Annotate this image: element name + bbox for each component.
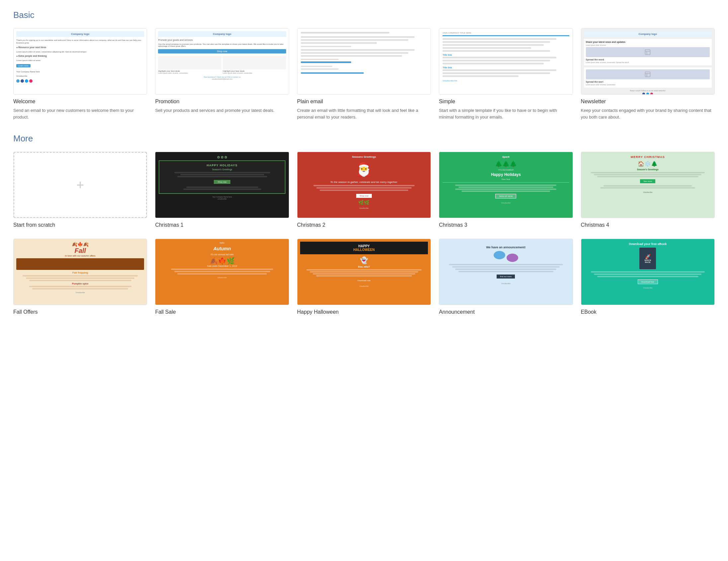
template-card-christmas2[interactable]: Seasons Greetings 🎅 To the season to gat… (297, 152, 431, 231)
plain-email-title: Plain email (297, 99, 431, 105)
christmas2-preview: Seasons Greetings 🎅 To the season to gat… (297, 152, 431, 218)
more-section-title: More (13, 133, 715, 144)
christmas3-thumbnail: Spark 🌲🌲🌲 IT'S DECEMBER Happy Holidays N… (439, 152, 573, 218)
welcome-desc: Send an email to your new customers to w… (13, 107, 147, 120)
template-card-promotion[interactable]: Company logo Promote your goods and serv… (155, 28, 289, 120)
svg-rect-1 (645, 72, 650, 77)
fall-offers-preview: 🍂🍁🍂 Fall In love with our autumn offers … (14, 239, 147, 305)
basic-grid: Company logo Thank you for signing up to… (13, 28, 715, 120)
scratch-thumbnail: + (13, 152, 147, 218)
plain-email-preview (297, 29, 431, 94)
template-card-welcome[interactable]: Company logo Thank you for signing up to… (13, 28, 147, 120)
newsletter-desc: Keep your contacts engaged with your bra… (581, 107, 715, 120)
welcome-thumbnail: Company logo Thank you for signing up to… (13, 28, 147, 95)
christmas3-preview: Spark 🌲🌲🌲 IT'S DECEMBER Happy Holidays N… (439, 152, 572, 218)
promotion-desc: Sell your products and services and prom… (155, 107, 289, 114)
template-card-scratch[interactable]: + Start from scratch (13, 152, 147, 231)
christmas4-title: Christmas 4 (581, 222, 715, 228)
plain-email-thumbnail (297, 28, 431, 95)
template-card-simple[interactable]: HAVE A PERFECT TITLE HERE Title link Tit… (439, 28, 573, 120)
promotion-preview: Company logo Promote your goods and serv… (155, 29, 288, 94)
scratch-preview: + (14, 152, 147, 218)
scratch-plus-icon: + (76, 178, 84, 193)
welcome-preview: Company logo Thank you for signing up to… (14, 29, 147, 94)
promotion-thumbnail: Company logo Promote your goods and serv… (155, 28, 289, 95)
christmas2-thumbnail: Seasons Greetings 🎅 To the season to gat… (297, 152, 431, 218)
simple-thumbnail: HAVE A PERFECT TITLE HERE Title link Tit… (439, 28, 573, 95)
fall-sale-title: Fall Sale (155, 309, 289, 315)
template-card-ebook[interactable]: Download your free eBook 🚀 SPACERACE Dow… (581, 239, 715, 318)
fall-sale-thumbnail: hello Autumn It's our annual fall sale 🍂… (155, 239, 289, 305)
template-card-fall-offers[interactable]: 🍂🍁🍂 Fall In love with our autumn offers … (13, 239, 147, 318)
simple-title: Simple (439, 99, 573, 105)
announcement-thumbnail: We have an announcement! find out more U… (439, 239, 573, 305)
newsletter-thumbnail: Company logo Share your latest news and … (581, 28, 715, 95)
christmas2-title: Christmas 2 (297, 222, 431, 228)
announcement-preview: We have an announcement! find out more U… (439, 239, 572, 305)
newsletter-title: Newsletter (581, 99, 715, 105)
template-card-newsletter[interactable]: Company logo Share your latest news and … (581, 28, 715, 120)
template-card-announcement[interactable]: We have an announcement! find out more U… (439, 239, 573, 318)
simple-preview: HAVE A PERFECT TITLE HERE Title link Tit… (439, 29, 572, 94)
plain-email-desc: Create an email with little formatting t… (297, 107, 431, 120)
fall-sale-preview: hello Autumn It's our annual fall sale 🍂… (155, 239, 288, 305)
fall-offers-thumbnail: 🍂🍁🍂 Fall In love with our autumn offers … (13, 239, 147, 305)
template-card-plain-email[interactable]: Plain email Create an email with little … (297, 28, 431, 120)
welcome-title: Welcome (13, 99, 147, 105)
ebook-title: EBook (581, 309, 715, 315)
promotion-title: Promotion (155, 99, 289, 105)
template-card-fall-sale[interactable]: hello Autumn It's our annual fall sale 🍂… (155, 239, 289, 318)
christmas4-thumbnail: MERRY CHRISTMAS 🏠❄️🌲 Season's Greetings … (581, 152, 715, 218)
happy-halloween-preview: HAPPYHALLOWEEN 👻 Boo, who? Download now … (297, 239, 431, 305)
happy-halloween-title: Happy Halloween (297, 309, 431, 315)
ebook-preview: Download your free eBook 🚀 SPACERACE Dow… (581, 239, 714, 305)
newsletter-preview: Company logo Share your latest news and … (581, 29, 714, 94)
ebook-thumbnail: Download your free eBook 🚀 SPACERACE Dow… (581, 239, 715, 305)
christmas3-title: Christmas 3 (439, 222, 573, 228)
christmas1-title: Christmas 1 (155, 222, 289, 228)
template-card-christmas4[interactable]: MERRY CHRISTMAS 🏠❄️🌲 Season's Greetings … (581, 152, 715, 231)
christmas4-preview: MERRY CHRISTMAS 🏠❄️🌲 Season's Greetings … (581, 152, 714, 218)
template-card-happy-halloween[interactable]: HAPPYHALLOWEEN 👻 Boo, who? Download now … (297, 239, 431, 318)
template-card-christmas3[interactable]: Spark 🌲🌲🌲 IT'S DECEMBER Happy Holidays N… (439, 152, 573, 231)
announcement-title: Announcement (439, 309, 573, 315)
svg-rect-0 (645, 50, 650, 55)
christmas1-preview: ✿ ✿ ✿ HAPPY HOLIDAYS Season's Greetings … (155, 152, 288, 218)
template-card-christmas1[interactable]: ✿ ✿ ✿ HAPPY HOLIDAYS Season's Greetings … (155, 152, 289, 231)
happy-halloween-thumbnail: HAPPYHALLOWEEN 👻 Boo, who? Download now … (297, 239, 431, 305)
basic-section-title: Basic (13, 10, 715, 20)
simple-desc: Start with a simple template if you like… (439, 107, 573, 120)
christmas1-thumbnail: ✿ ✿ ✿ HAPPY HOLIDAYS Season's Greetings … (155, 152, 289, 218)
fall-offers-title: Fall Offers (13, 309, 147, 315)
scratch-title: Start from scratch (13, 222, 147, 228)
more-grid: + Start from scratch ✿ ✿ ✿ HAPPY HOLIDAY… (13, 152, 715, 318)
